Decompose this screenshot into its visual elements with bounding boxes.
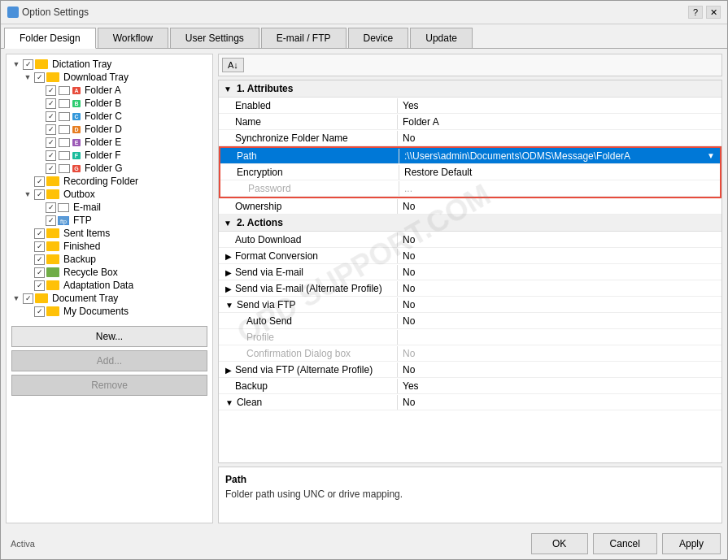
tree-item-backup[interactable]: ▶ Backup [10,253,209,266]
tree-item-folder-d[interactable]: ▶ D Folder D [10,123,209,136]
checkbox-folder-f[interactable] [46,150,56,161]
checkbox-dictation[interactable] [23,59,33,70]
prop-row-password[interactable]: Password ... [220,180,720,197]
expand-icon-document: ▼ [11,293,21,303]
expand-ftp-icon: ▼ [225,301,233,310]
tab-user-settings[interactable]: User Settings [170,28,259,48]
folder-tree: ▼ Dictation Tray ▼ Download Tray ▶ [7,54,212,321]
tree-item-recycle-box[interactable]: ▶ Recycle Box [10,266,209,279]
tree-item-document-tray[interactable]: ▼ Document Tray [10,292,209,305]
tree-item-dictation-tray[interactable]: ▼ Dictation Tray [10,58,209,71]
checkbox-recycle[interactable] [34,267,45,278]
prop-row-sync-folder[interactable]: Synchronize Folder Name No [219,130,721,146]
prop-row-format-conversion[interactable]: ▶Format Conversion No [219,248,721,264]
checkbox-folder-a[interactable] [46,85,56,96]
prop-row-send-ftp-alt[interactable]: ▶Send via FTP (Alternate Profile) No [219,362,721,378]
prop-row-send-ftp[interactable]: ▼Send via FTP No [219,297,721,313]
prop-name-format-conversion: ▶Format Conversion [219,249,398,263]
prop-row-auto-download[interactable]: Auto Download No [219,232,721,248]
prop-row-profile[interactable]: Profile [219,329,721,345]
properties-table: ▼ 1. Attributes Enabled Yes Name Folder … [218,80,722,463]
prop-row-path[interactable]: Path :\\Users\admin\Documents\ODMS\Messa… [220,148,720,164]
checkbox-folder-g[interactable] [46,163,56,174]
tree-item-folder-c[interactable]: ▶ C Folder C [10,110,209,123]
tree-item-adaptation-data[interactable]: ▶ Adaptation Data [10,279,209,292]
close-button[interactable]: ✕ [706,6,721,19]
tree-item-email[interactable]: ▶ E-mail [10,201,209,214]
tree-item-folder-b[interactable]: ▶ B Folder B [10,97,209,110]
tree-item-ftp[interactable]: ▶ ftp FTP [10,214,209,227]
checkbox-ftp[interactable] [46,215,56,226]
tree-item-download-tray[interactable]: ▼ Download Tray [10,71,209,84]
tab-device[interactable]: Device [348,28,409,48]
prop-row-clean[interactable]: ▼Clean No [219,394,721,410]
prop-row-ownership[interactable]: Ownership No [219,198,721,215]
tree-item-sent-items[interactable]: ▶ Sent Items [10,227,209,240]
tree-item-finished[interactable]: ▶ Finished [10,240,209,253]
checkbox-outbox[interactable] [34,189,45,200]
label-folder-e: Folder E [85,137,121,148]
checkbox-recording[interactable] [34,176,45,187]
prop-value-sync: No [398,131,721,145]
path-dropdown-arrow[interactable]: ▼ [707,151,715,160]
section-actions-header[interactable]: ▼ 2. Actions [219,215,721,232]
remove-button[interactable]: Remove [11,375,207,396]
checkbox-folder-d[interactable] [46,124,56,135]
ok-button[interactable]: OK [531,533,588,554]
prop-row-auto-send[interactable]: Auto Send No [219,313,721,329]
checkbox-finished[interactable] [34,241,45,252]
new-button[interactable]: New... [11,326,207,347]
tree-item-folder-e[interactable]: ▶ E Folder E [10,136,209,149]
prop-value-auto-send: No [398,314,721,328]
folder-icon-document [35,293,48,303]
checkbox-folder-c[interactable] [46,111,56,122]
prop-name-backup-prop: Backup [219,379,398,393]
tree-item-recording-folder[interactable]: ▶ Recording Folder [10,175,209,188]
badge-e: E [72,139,81,146]
tab-workflow[interactable]: Workflow [98,28,168,48]
tree-item-folder-g[interactable]: ▶ G Folder G [10,162,209,175]
prop-name-send-ftp-alt: ▶Send via FTP (Alternate Profile) [219,362,398,377]
title-text: Option Settings [7,7,89,18]
prop-row-enabled[interactable]: Enabled Yes [219,98,721,114]
cancel-button[interactable]: Cancel [593,533,657,554]
prop-row-confirmation[interactable]: Confirmation Dialog box No [219,345,721,362]
sort-button[interactable]: A↓ [222,58,244,72]
expand-format-icon: ▶ [225,252,232,261]
help-button[interactable]: ? [688,6,703,19]
checkbox-download[interactable] [34,72,45,83]
tree-item-outbox[interactable]: ▼ Outbox [10,188,209,201]
expand-email-alt-icon: ▶ [225,284,232,293]
tab-update[interactable]: Update [410,28,473,48]
tab-folder-design[interactable]: Folder Design [4,28,96,49]
checkbox-my-documents[interactable] [34,306,45,317]
tree-item-folder-f[interactable]: ▶ F Folder F [10,149,209,162]
label-finished: Finished [63,241,100,252]
sort-label: A↓ [228,60,238,70]
add-button[interactable]: Add... [11,350,207,371]
folder-icon-recording [46,176,59,186]
path-group-highlight: Path :\\Users\admin\Documents\ODMS\Messa… [219,146,721,198]
checkbox-folder-b[interactable] [46,98,56,109]
prop-row-send-email[interactable]: ▶Send via E-mail No [219,264,721,280]
tree-item-my-documents[interactable]: ▶ My Documents [10,305,209,318]
checkbox-backup[interactable] [34,254,45,265]
expand-icon-dictation: ▼ [11,59,21,69]
prop-row-name[interactable]: Name Folder A [219,114,721,130]
apply-button[interactable]: Apply [662,533,721,554]
prop-row-backup[interactable]: Backup Yes [219,378,721,394]
activation-text: Activa [11,539,35,549]
tree-item-folder-a[interactable]: ▶ A Folder A [10,84,209,97]
checkbox-adaptation[interactable] [34,280,45,291]
section-attributes-header[interactable]: ▼ 1. Attributes [219,80,721,98]
checkbox-sent[interactable] [34,228,45,239]
label-dictation-tray: Dictation Tray [52,59,111,70]
checkbox-folder-e[interactable] [46,137,56,148]
prop-row-encryption[interactable]: Encryption Restore Default [220,164,720,180]
prop-row-send-email-alt[interactable]: ▶Send via E-mail (Alternate Profile) No [219,280,721,297]
folder-icon-outbox [46,189,59,199]
checkbox-document[interactable] [23,293,33,304]
checkbox-email[interactable] [46,202,56,213]
folder-icon-sent [46,228,59,238]
tab-email-ftp[interactable]: E-mail / FTP [261,28,347,48]
